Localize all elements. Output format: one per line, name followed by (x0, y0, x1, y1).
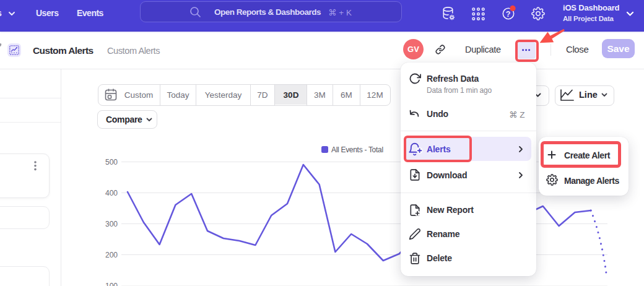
svg-text:12M: 12M (367, 90, 383, 100)
svg-text:30D: 30D (284, 90, 299, 100)
svg-text:400: 400 (105, 189, 118, 197)
svg-text:7D: 7D (257, 90, 268, 100)
svg-text:?: ? (506, 10, 511, 19)
svg-text:Yesterday: Yesterday (205, 90, 242, 100)
svg-text:500: 500 (105, 158, 118, 167)
svg-text:3M: 3M (314, 90, 326, 100)
svg-text:Today: Today (167, 90, 189, 100)
svg-text:300: 300 (105, 220, 118, 228)
svg-text:100: 100 (105, 282, 118, 286)
svg-text:Custom: Custom (124, 90, 154, 100)
svg-text:200: 200 (105, 251, 118, 259)
svg-text:All Events - Total: All Events - Total (331, 145, 383, 154)
svg-text:6M: 6M (341, 90, 352, 100)
